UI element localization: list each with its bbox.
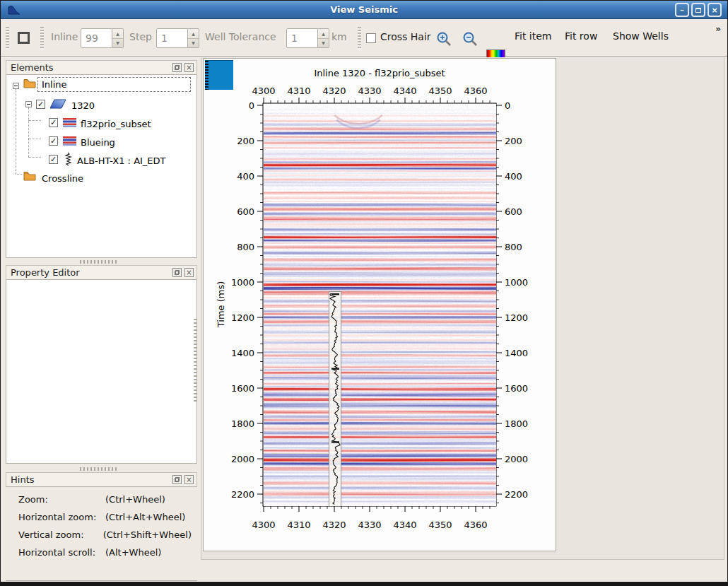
hints-panel: Hints × Zoom: (Ctrl+Wheel) Horizontal zo… (6, 472, 197, 581)
svg-text:4350: 4350 (428, 86, 452, 96)
svg-text:4320: 4320 (322, 86, 346, 96)
zoom-out-icon[interactable] (462, 31, 479, 47)
tree-item-label: fl32prio_subset (81, 119, 151, 129)
hint-value: (Ctrl+Shift+Wheel) (103, 529, 192, 540)
toolbar: Inline ▲▼ Step ▲▼ Well Tolerance ▲▼ km C… (1, 19, 727, 57)
well-tolerance-input[interactable] (286, 28, 318, 48)
folder-icon (23, 171, 36, 181)
elements-panel-header[interactable]: Elements × (6, 60, 197, 75)
item-checkbox[interactable]: ✓ (49, 155, 58, 164)
svg-text:1200: 1200 (505, 312, 528, 323)
km-unit-label: km (331, 31, 347, 42)
tree-guide (16, 89, 16, 174)
toolbar-grip[interactable] (40, 27, 44, 49)
spin-up-icon[interactable]: ▲ (318, 29, 329, 39)
spin-up-icon[interactable]: ▲ (188, 29, 199, 39)
display-panel-button[interactable] (13, 28, 34, 48)
svg-text:1600: 1600 (505, 383, 528, 394)
hint-row: Horizontal scroll: (Alt+Wheel) (18, 547, 192, 558)
svg-text:200: 200 (237, 136, 254, 146)
well-tolerance-stepper: ▲▼ (286, 28, 329, 48)
toolbar-grip[interactable] (6, 27, 9, 49)
float-panel-icon[interactable] (172, 268, 182, 277)
float-panel-icon[interactable] (172, 63, 182, 72)
seismic-image[interactable] (264, 104, 496, 506)
spin-down-icon[interactable]: ▼ (188, 39, 199, 48)
seismic-layer-icon (63, 118, 76, 127)
item-checkbox[interactable]: ✓ (36, 100, 45, 109)
maximize-icon (695, 8, 701, 13)
tree-item-layer[interactable]: fl32prio_subset (81, 119, 151, 129)
tree-item-layer[interactable]: Blueing (81, 137, 115, 148)
tree-guide (16, 174, 22, 175)
float-inner2 (175, 477, 180, 481)
hint-label: Horizontal scroll: (18, 547, 105, 558)
elements-tree: Inline ✓ 1320 ✓ fl32prio_subset (6, 75, 197, 258)
close-icon: × (711, 6, 717, 14)
collapse-toggle[interactable] (13, 83, 19, 89)
float-inner2 (175, 65, 180, 69)
svg-text:2000: 2000 (231, 454, 254, 464)
svg-text:800: 800 (505, 242, 522, 252)
crosshair-checkbox[interactable] (366, 33, 376, 43)
hint-value: (Alt+Wheel) (105, 547, 161, 558)
step-input[interactable] (156, 28, 188, 48)
spin-down-icon[interactable]: ▼ (112, 39, 123, 48)
minimize-button[interactable]: – (675, 3, 689, 17)
tree-item-inline[interactable]: Inline (37, 77, 191, 92)
svg-text:4350: 4350 (428, 520, 452, 530)
svg-text:0: 0 (505, 100, 510, 111)
panel-splitter[interactable] (80, 260, 118, 264)
property-editor-panel: Property Editor × (6, 265, 197, 464)
toolbar-overflow-button[interactable]: » (715, 24, 721, 34)
seismic-plot-panel: Inline 1320 - fl32prio_subset Time (ms) … (203, 58, 556, 551)
item-checkbox[interactable]: ✓ (49, 136, 58, 146)
svg-text:4330: 4330 (358, 86, 381, 96)
spin-up-icon[interactable]: ▲ (112, 29, 123, 39)
panel-icon (18, 32, 30, 44)
inline-input[interactable] (81, 28, 112, 48)
svg-text:1400: 1400 (505, 348, 528, 358)
hint-row: Vertical zoom: (Ctrl+Shift+Wheel) (18, 529, 192, 540)
hints-header[interactable]: Hints × (6, 472, 197, 487)
hint-row: Zoom: (Ctrl+Wheel) (18, 494, 192, 505)
zoom-in-icon[interactable] (436, 31, 452, 47)
svg-text:4310: 4310 (287, 520, 310, 530)
property-editor-header[interactable]: Property Editor × (6, 265, 197, 280)
hint-value: (Ctrl+Wheel) (105, 494, 165, 505)
panel-splitter[interactable] (80, 467, 118, 471)
well-tolerance-label: Well Tolerance (205, 31, 276, 42)
well-log-icon (64, 152, 73, 166)
svg-text:1000: 1000 (505, 277, 528, 288)
svg-text:4330: 4330 (358, 520, 381, 530)
toolbar-grip[interactable] (358, 27, 361, 49)
mdi-area: Inline 1320 - fl32prio_subset Time (ms) … (201, 57, 724, 560)
float-panel-icon[interactable] (172, 475, 182, 484)
elements-panel: Elements × Inline ✓ (6, 60, 197, 258)
titlebar[interactable]: View Seismic – × (1, 1, 727, 19)
svg-text:4300: 4300 (252, 520, 275, 530)
spin-down-icon[interactable]: ▼ (318, 39, 329, 48)
item-checkbox[interactable]: ✓ (49, 118, 58, 127)
tree-guide (28, 157, 41, 158)
close-button[interactable]: × (708, 3, 722, 17)
show-wells-button[interactable]: Show Wells (613, 30, 669, 42)
step-stepper: ▲▼ (156, 28, 199, 48)
tree-item-slice[interactable]: 1320 (71, 100, 95, 111)
close-panel-icon[interactable]: × (184, 475, 194, 484)
slice-icon (50, 98, 66, 110)
tree-item-label: ALB-HT-X1 : AI_EDT (77, 156, 166, 166)
svg-text:600: 600 (505, 206, 522, 217)
collapse-toggle[interactable] (25, 101, 32, 107)
close-panel-icon[interactable]: × (184, 268, 194, 277)
fit-row-button[interactable]: Fit row (565, 30, 597, 42)
dock-splitter[interactable] (194, 319, 197, 404)
fit-item-button[interactable]: Fit item (515, 30, 552, 42)
tree-item-crossline[interactable]: Crossline (42, 173, 83, 184)
hints-content: Zoom: (Ctrl+Wheel) Horizontal zoom: (Ctr… (6, 487, 197, 581)
close-panel-icon[interactable]: × (184, 63, 194, 72)
tree-item-well[interactable]: ALB-HT-X1 : AI_EDT (77, 156, 166, 166)
maximize-button[interactable] (691, 3, 705, 17)
svg-text:4360: 4360 (464, 520, 487, 530)
tree-item-label: Blueing (81, 137, 115, 148)
